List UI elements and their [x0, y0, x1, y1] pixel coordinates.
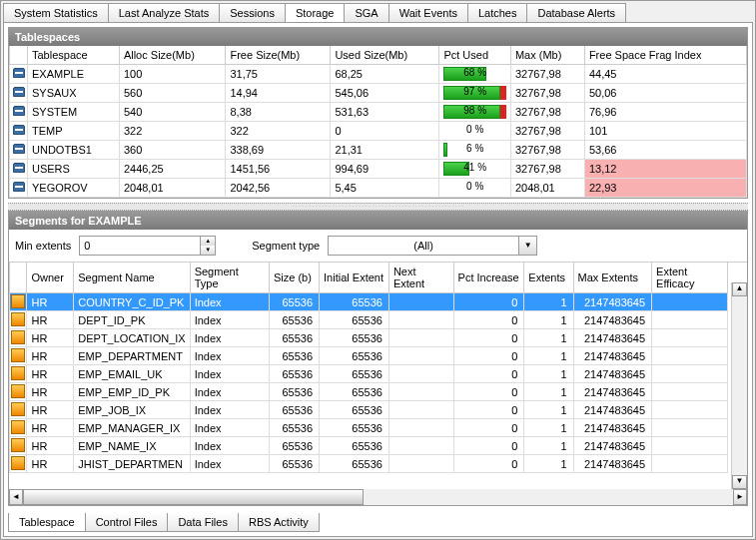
tab-wait-events[interactable]: Wait Events	[388, 3, 468, 22]
dropdown-icon[interactable]: ▼	[518, 237, 536, 255]
segment-icon	[11, 420, 25, 434]
scroll-left-icon[interactable]: ◄	[9, 489, 23, 505]
tablespaces-panel: Tablespaces TablespaceAlloc Size(Mb)Free…	[8, 27, 748, 199]
ts-col-header[interactable]: Pct Used	[439, 46, 511, 65]
tablespace-row[interactable]: UNDOTBS1360338,6921,316 %32767,9853,66	[10, 141, 747, 160]
ts-col-header[interactable]: Used Size(Mb)	[331, 46, 439, 65]
segment-row[interactable]: HRDEPT_ID_PKIndex6553665536012147483645	[10, 311, 728, 329]
database-icon	[13, 125, 25, 135]
segment-icon	[11, 348, 25, 362]
bottom-tabs: TablespaceControl FilesData FilesRBS Act…	[8, 513, 748, 532]
tab-sga[interactable]: SGA	[344, 3, 388, 22]
tablespace-row[interactable]: TEMP32232200 %32767,98101	[10, 122, 747, 141]
content-area: Tablespaces TablespaceAlloc Size(Mb)Free…	[3, 22, 753, 537]
tab-database-alerts[interactable]: Database Alerts	[526, 3, 626, 22]
segments-grid[interactable]: OwnerSegment NameSegment TypeSize (b)Ini…	[9, 263, 728, 473]
bottom-tab-control-files[interactable]: Control Files	[85, 513, 169, 532]
segment-type-combo[interactable]: ▼	[328, 236, 537, 256]
segment-icon	[11, 456, 25, 470]
seg-col-header[interactable]: Segment Type	[190, 263, 269, 293]
tab-latches[interactable]: Latches	[467, 3, 528, 22]
segment-type-input[interactable]	[329, 238, 518, 254]
seg-col-header[interactable]: Next Extent	[388, 263, 453, 293]
segments-grid-wrap: OwnerSegment NameSegment TypeSize (b)Ini…	[9, 263, 747, 489]
tablespaces-header: Tablespaces	[9, 28, 747, 46]
ts-col-header[interactable]: Tablespace	[28, 46, 120, 65]
segment-row[interactable]: HRDEPT_LOCATION_IXIndex65536655360121474…	[10, 329, 728, 347]
scroll-down-icon[interactable]: ▼	[732, 475, 747, 489]
hscroll-track[interactable]	[23, 489, 733, 505]
segment-row[interactable]: HREMP_MANAGER_IXIndex6553665536012147483…	[10, 419, 728, 437]
tablespace-row[interactable]: SYSTEM5408,38531,6398 %32767,9876,96	[10, 103, 747, 122]
segment-icon	[11, 384, 25, 398]
segment-icon	[11, 294, 25, 308]
seg-col-header[interactable]: Extent Efficacy	[652, 263, 728, 293]
tab-storage[interactable]: Storage	[285, 3, 346, 22]
min-extents-input[interactable]	[80, 237, 200, 255]
tablespace-row[interactable]: YEGOROV2048,012042,565,450 %2048,0122,93	[10, 179, 747, 198]
segments-filter-row: Min extents ▲ ▼ Segment type ▼	[9, 230, 747, 263]
ts-col-header[interactable]: Free Size(Mb)	[226, 46, 331, 65]
segment-row[interactable]: HREMP_EMAIL_UKIndex655366553601214748364…	[10, 365, 728, 383]
horizontal-scrollbar[interactable]: ◄ ►	[9, 489, 747, 505]
tab-last-analyze-stats[interactable]: Last Analyze Stats	[108, 3, 221, 22]
ts-col-header[interactable]: Free Space Frag Index	[584, 46, 746, 65]
segment-row[interactable]: HREMP_DEPARTMENTIndex6553665536012147483…	[10, 347, 728, 365]
tablespaces-grid[interactable]: TablespaceAlloc Size(Mb)Free Size(Mb)Use…	[9, 46, 747, 198]
spin-down-icon[interactable]: ▼	[201, 246, 215, 255]
bottom-tab-rbs-activity[interactable]: RBS Activity	[238, 513, 320, 532]
tab-sessions[interactable]: Sessions	[219, 3, 286, 22]
storage-panel: System StatisticsLast Analyze StatsSessi…	[0, 0, 756, 540]
segment-row[interactable]: HRCOUNTRY_C_ID_PKIndex655366553601214748…	[10, 293, 728, 311]
seg-col-header[interactable]: Max Extents	[573, 263, 652, 293]
scroll-up-icon[interactable]: ▲	[732, 282, 747, 296]
database-icon	[13, 182, 25, 192]
main-tabs: System StatisticsLast Analyze StatsSessi…	[3, 3, 753, 22]
database-icon	[13, 106, 25, 116]
spin-up-icon[interactable]: ▲	[201, 237, 215, 246]
scroll-right-icon[interactable]: ►	[733, 489, 747, 505]
splitter-handle[interactable]: · · · · · · · · · · · · · · · · · · · · …	[8, 203, 748, 211]
vertical-scrollbar[interactable]: ▲ ▼	[731, 282, 747, 489]
bottom-tab-tablespace[interactable]: Tablespace	[8, 513, 86, 532]
ts-col-header[interactable]: Max (Mb)	[510, 46, 584, 65]
segment-icon	[11, 330, 25, 344]
segment-icon	[11, 366, 25, 380]
seg-col-header[interactable]: Initial Extent	[320, 263, 389, 293]
database-icon	[13, 144, 25, 154]
segment-row[interactable]: HREMP_JOB_IXIndex6553665536012147483645	[10, 401, 728, 419]
seg-col-header[interactable]: Owner	[27, 263, 74, 293]
segment-type-label: Segment type	[252, 240, 320, 252]
min-extents-spinner[interactable]: ▲ ▼	[79, 236, 216, 256]
database-icon	[13, 163, 25, 173]
seg-col-header[interactable]: Pct Increase	[453, 263, 524, 293]
segments-header: Segments for EXAMPLE	[9, 212, 747, 230]
tablespace-row[interactable]: USERS2446,251451,56994,6941 %32767,9813,…	[10, 160, 747, 179]
segment-icon	[11, 312, 25, 326]
segment-row[interactable]: HREMP_EMP_ID_PKIndex65536655360121474836…	[10, 383, 728, 401]
ts-col-header[interactable]: Alloc Size(Mb)	[119, 46, 226, 65]
min-extents-label: Min extents	[15, 240, 71, 252]
tab-system-statistics[interactable]: System Statistics	[3, 3, 109, 22]
bottom-tab-data-files[interactable]: Data Files	[167, 513, 239, 532]
segment-row[interactable]: HREMP_NAME_IXIndex6553665536012147483645	[10, 437, 728, 455]
segment-icon	[11, 438, 25, 452]
tablespace-row[interactable]: SYSAUX56014,94545,0697 %32767,9850,06	[10, 84, 747, 103]
seg-col-header[interactable]: Size (b)	[269, 263, 319, 293]
segments-panel: Segments for EXAMPLE Min extents ▲ ▼ Seg…	[8, 211, 748, 506]
database-icon	[13, 68, 25, 78]
seg-col-header[interactable]: Extents	[524, 263, 573, 293]
database-icon	[13, 87, 25, 97]
seg-col-header[interactable]: Segment Name	[74, 263, 190, 293]
segment-icon	[11, 402, 25, 416]
tablespace-row[interactable]: EXAMPLE10031,7568,2568 %32767,9844,45	[10, 65, 747, 84]
segment-row[interactable]: HRJHIST_DEPARTMENIndex655366553601214748…	[10, 455, 728, 473]
hscroll-thumb[interactable]	[23, 489, 364, 505]
